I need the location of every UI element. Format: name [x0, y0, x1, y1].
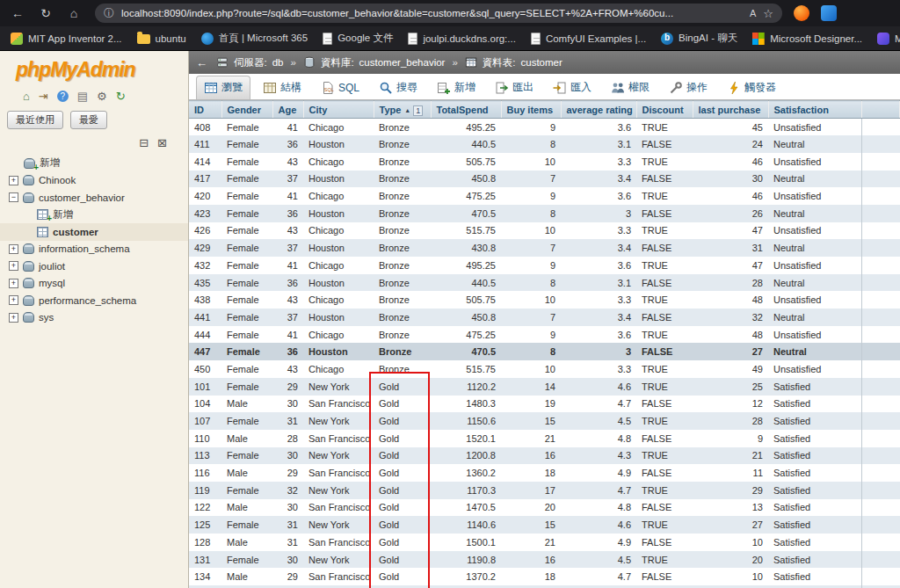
table-cell[interactable]: 101 — [189, 378, 221, 396]
table-row[interactable]: 426Female43ChicagoBronze515.75103.3TRUE4… — [189, 222, 900, 240]
table-cell[interactable]: 30 — [272, 551, 303, 569]
table-cell[interactable]: 3.3 — [561, 360, 636, 378]
table-row[interactable]: 408Female41ChicagoBronze495.2593.6TRUE45… — [189, 119, 900, 136]
table-cell[interactable]: Unsatisfied — [768, 222, 861, 240]
table-cell[interactable]: 46 — [693, 187, 768, 205]
table-cell[interactable]: Chicago — [303, 257, 374, 274]
table-cell[interactable]: Houston — [303, 135, 374, 153]
table-cell[interactable]: FALSE — [636, 568, 693, 585]
table-cell[interactable]: 444 — [189, 326, 221, 344]
table-cell[interactable]: San Francisco — [303, 396, 374, 413]
table-cell[interactable]: 28 — [272, 430, 303, 447]
bookmark-ms-designer[interactable]: Microsoft Designer... — [752, 33, 862, 45]
table-cell[interactable]: 408 — [189, 119, 221, 136]
bookmark-comfyui[interactable]: ComfyUI Examples |... — [531, 33, 646, 45]
table-cell[interactable]: 41 — [272, 187, 303, 205]
table-cell[interactable]: 495.25 — [431, 257, 501, 274]
table-cell[interactable]: Satisfied — [768, 499, 861, 517]
table-cell[interactable]: Bronze — [374, 360, 431, 378]
table-cell[interactable]: Bronze — [374, 239, 431, 257]
table-cell[interactable]: 1140.6 — [431, 516, 501, 534]
column-header[interactable]: Buy items — [501, 101, 561, 119]
table-cell[interactable]: 440.5 — [431, 274, 501, 292]
table-cell[interactable]: Satisfied — [768, 568, 861, 585]
table-cell[interactable]: Neutral — [768, 309, 861, 326]
table-cell[interactable]: 432 — [189, 257, 221, 274]
table-cell[interactable]: Female — [221, 551, 272, 569]
table-cell[interactable]: 475.25 — [431, 326, 501, 344]
table-cell[interactable]: Chicago — [303, 326, 374, 344]
table-cell[interactable]: 10 — [501, 153, 561, 171]
table-cell[interactable]: TRUE — [636, 257, 693, 274]
bookmark-microsoft-365[interactable]: 首頁 | Microsoft 365 — [201, 32, 308, 45]
table-cell[interactable]: 9 — [501, 326, 561, 344]
table-cell[interactable]: 49 — [693, 360, 768, 378]
table-cell[interactable]: Female — [221, 378, 272, 396]
table-cell[interactable]: TRUE — [636, 153, 693, 171]
table-cell[interactable]: 4.8 — [561, 499, 636, 517]
table-cell[interactable]: 21 — [501, 534, 561, 551]
table-cell[interactable]: 505.75 — [431, 153, 501, 171]
table-cell[interactable]: Female — [221, 205, 272, 222]
table-cell[interactable]: Gold — [374, 568, 431, 585]
table-cell[interactable]: 8 — [501, 135, 561, 153]
table-cell[interactable]: Gold — [374, 396, 431, 413]
table-cell[interactable]: TRUE — [636, 222, 693, 240]
breadcrumb-server-value[interactable]: db — [272, 57, 284, 68]
table-cell[interactable]: 1370.2 — [431, 568, 501, 585]
table-cell[interactable]: Satisfied — [768, 534, 861, 551]
table-cell[interactable]: TRUE — [636, 412, 693, 430]
table-cell[interactable]: 17 — [501, 482, 561, 499]
table-cell[interactable]: Male — [221, 534, 272, 551]
table-cell[interactable]: Neutral — [768, 274, 861, 292]
table-cell[interactable]: 10 — [501, 291, 561, 309]
breadcrumb-db-value[interactable]: customer_behavior — [359, 57, 446, 68]
table-cell[interactable]: 10 — [693, 534, 768, 551]
table-cell[interactable]: New York — [303, 378, 374, 396]
collapse-nav-icon[interactable]: ← — [196, 56, 207, 69]
tab-browse[interactable]: 瀏覽 — [196, 76, 250, 99]
tree-item-sys[interactable]: +sys — [0, 309, 188, 327]
nav-logout-icon[interactable]: ⇥ — [39, 90, 48, 103]
table-cell[interactable]: 46 — [693, 153, 768, 171]
table-cell[interactable]: 8 — [501, 274, 561, 292]
table-cell[interactable]: 43 — [272, 360, 303, 378]
table-cell[interactable]: 1360.2 — [431, 464, 501, 482]
table-cell[interactable]: Houston — [303, 239, 374, 257]
table-cell[interactable]: FALSE — [636, 274, 693, 292]
bookmark-ms-designer-2[interactable]: Microsoft Des... — [877, 33, 900, 45]
table-cell[interactable]: FALSE — [636, 499, 693, 517]
table-cell[interactable]: 3.1 — [561, 274, 636, 292]
table-cell[interactable]: 1170.3 — [431, 482, 501, 499]
table-cell[interactable]: 29 — [272, 378, 303, 396]
table-cell[interactable]: 447 — [189, 343, 221, 360]
table-cell[interactable]: 3.4 — [561, 239, 636, 257]
table-cell[interactable]: 28 — [693, 274, 768, 292]
table-cell[interactable]: 10 — [501, 222, 561, 240]
site-info-icon[interactable]: ⓘ — [104, 6, 114, 21]
table-cell[interactable]: 430.8 — [431, 239, 501, 257]
table-cell[interactable]: 20 — [501, 499, 561, 517]
column-header[interactable]: City — [303, 101, 374, 119]
refresh-icon[interactable]: ↻ — [35, 6, 56, 20]
table-cell[interactable]: Unsatisfied — [768, 291, 861, 309]
table-cell[interactable]: Female — [221, 309, 272, 326]
table-cell[interactable]: 36 — [272, 205, 303, 222]
table-cell[interactable]: Male — [221, 568, 272, 585]
table-cell[interactable]: 3.6 — [561, 326, 636, 344]
table-cell[interactable]: Male — [221, 464, 272, 482]
tree-item-chinook[interactable]: +Chinook — [0, 172, 188, 190]
nav-docs-icon[interactable]: ▤ — [77, 90, 88, 103]
table-cell[interactable]: 441 — [189, 309, 221, 326]
table-cell[interactable]: 4.7 — [561, 482, 636, 499]
recent-tables-button[interactable]: 最近使用 — [7, 111, 63, 129]
table-cell[interactable]: New York — [303, 447, 374, 465]
table-cell[interactable]: 131 — [189, 551, 221, 569]
expand-icon[interactable]: + — [9, 295, 18, 305]
table-cell[interactable]: 31 — [693, 239, 768, 257]
table-cell[interactable]: 30 — [272, 396, 303, 413]
home-icon[interactable]: ⌂ — [63, 6, 84, 20]
table-cell[interactable]: 4.7 — [561, 396, 636, 413]
table-cell[interactable]: TRUE — [636, 326, 693, 344]
table-row[interactable]: 423Female36HoustonBronze470.583FALSE26Ne… — [189, 205, 900, 222]
